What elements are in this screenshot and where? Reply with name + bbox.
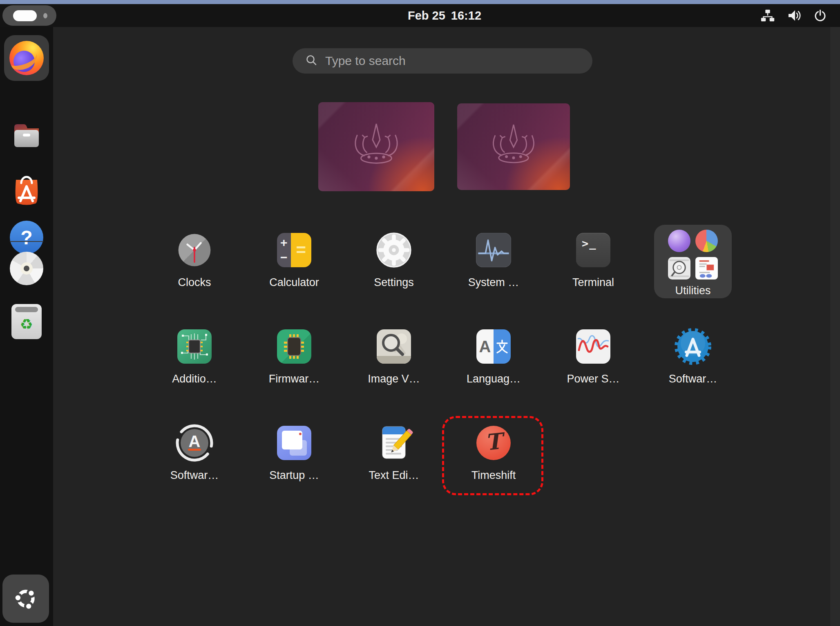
clock[interactable]: Feb 25 16:12 — [408, 4, 481, 27]
app-label: Text Edi… — [369, 469, 419, 482]
folder-label: Utilities — [675, 284, 710, 297]
terminal-icon: >_ — [574, 230, 613, 270]
app-label: Languag… — [467, 373, 521, 385]
dock-item-media-disc[interactable] — [0, 252, 53, 285]
app-grid-row-1: Clocks +− = Calculator — [145, 222, 745, 319]
help-question-icon: ? — [10, 221, 43, 254]
search-icon — [306, 54, 317, 67]
app-tile-firmware-updater[interactable]: Firmwar… — [244, 319, 344, 409]
svg-text:A: A — [189, 432, 201, 450]
recycle-glyph: ♻ — [20, 317, 33, 332]
app-label: Softwar… — [170, 469, 219, 482]
wallpaper — [318, 102, 434, 191]
workspace-inactive-dot[interactable] — [43, 13, 47, 18]
dock-divider — [10, 241, 43, 242]
app-tile-utilities[interactable]: Utilities — [643, 222, 743, 313]
app-label: Terminal — [572, 276, 614, 289]
settings-gear-icon — [374, 230, 413, 270]
window-border-strip — [0, 0, 840, 4]
dock: ? ♻ — [0, 27, 53, 626]
software-updater-icon: A — [175, 423, 214, 463]
trash-lid — [15, 307, 38, 312]
language-support-icon: A — [474, 327, 513, 366]
trash-recycle-icon: ♻ — [11, 304, 42, 339]
app-grid-row-2: Additio… — [145, 319, 745, 415]
app-label: Power S… — [567, 373, 619, 385]
dock-item-help[interactable]: ? — [0, 221, 53, 254]
app-tile-language-support[interactable]: A Languag… — [444, 319, 543, 409]
app-tile-software-updater[interactable]: A Softwar… — [145, 415, 244, 506]
wallpaper — [457, 103, 570, 190]
app-tile-system-monitor[interactable]: System … — [444, 222, 543, 313]
utilities-folder-icon — [666, 230, 719, 279]
app-label: Firmwar… — [269, 373, 319, 385]
app-tile-clocks[interactable]: Clocks — [145, 222, 244, 313]
text-editor-icon — [374, 423, 413, 463]
cd-disc-icon — [10, 252, 43, 285]
app-label: Startup … — [269, 469, 319, 482]
volume-icon[interactable] — [787, 9, 801, 22]
additional-drivers-icon — [175, 327, 214, 366]
system-monitor-icon — [474, 230, 513, 270]
system-tray[interactable] — [760, 4, 827, 27]
app-label: Calculator — [269, 276, 319, 289]
mini-orb-icon — [668, 230, 690, 252]
search-bar[interactable] — [293, 48, 592, 74]
firefox-icon — [9, 41, 44, 75]
app-center-bag-icon — [9, 171, 44, 206]
app-tile-startup-applications[interactable]: Startup … — [244, 415, 344, 506]
app-tile-calculator[interactable]: +− = Calculator — [244, 222, 344, 313]
dock-item-trash[interactable]: ♻ — [0, 304, 53, 339]
top-bar: Feb 25 16:12 — [0, 4, 840, 27]
app-grid: Clocks +− = Calculator — [145, 222, 745, 512]
clock-date: Feb 25 — [408, 9, 445, 22]
mini-disk-icon — [668, 257, 690, 279]
dock-item-firefox[interactable] — [4, 35, 49, 81]
startup-applications-icon — [275, 423, 314, 463]
close-dot — [299, 433, 302, 435]
image-viewer-icon — [374, 327, 413, 366]
dock-item-files[interactable] — [0, 118, 53, 152]
adjacent-page-hint — [830, 27, 840, 626]
clocks-icon — [175, 230, 214, 270]
timeshift-highlight-border — [442, 416, 543, 495]
app-grid-row-3: A Softwar… Startup … — [145, 415, 745, 512]
clock-time: 16:12 — [451, 9, 481, 22]
workspace-active-indicator[interactable] — [13, 10, 37, 21]
app-label: System … — [468, 276, 519, 289]
workspace-indicator-pill[interactable] — [2, 5, 56, 26]
power-statistics-icon — [574, 327, 613, 366]
app-tile-additional-drivers[interactable]: Additio… — [145, 319, 244, 409]
network-wired-icon[interactable] — [760, 9, 775, 22]
app-tile-text-editor[interactable]: Text Edi… — [344, 415, 444, 506]
software-properties-icon — [673, 327, 713, 366]
ubuntu-logo-icon — [12, 585, 39, 612]
app-label: Softwar… — [669, 373, 717, 385]
gnome-activities-overview: Feb 25 16:12 — [0, 0, 840, 626]
mini-pie-chart-icon — [695, 230, 718, 252]
workspace-thumbnail-1[interactable] — [318, 102, 434, 191]
app-tile-software-properties[interactable]: Softwar… — [643, 319, 743, 409]
files-folder-icon — [9, 118, 44, 152]
dock-item-app-center[interactable] — [0, 171, 53, 206]
app-label: Clocks — [178, 276, 211, 289]
calculator-icon: +− = — [275, 230, 314, 270]
search-input[interactable] — [324, 54, 555, 68]
app-label: Settings — [374, 276, 414, 289]
show-apps-button[interactable] — [2, 575, 49, 623]
app-tile-power-statistics[interactable]: Power S… — [543, 319, 643, 409]
app-tile-terminal[interactable]: >_ Terminal — [543, 222, 643, 313]
workspace-thumbnail-2[interactable] — [457, 103, 570, 190]
app-tile-timeshift[interactable]: T Timeshift — [444, 415, 543, 506]
power-icon[interactable] — [813, 9, 827, 22]
mini-logs-icon — [695, 257, 718, 279]
app-label: Additio… — [172, 373, 217, 385]
firmware-icon — [275, 327, 314, 366]
app-label: Image V… — [368, 373, 420, 385]
app-tile-settings[interactable]: Settings — [344, 222, 444, 313]
app-tile-image-viewer[interactable]: Image V… — [344, 319, 444, 409]
